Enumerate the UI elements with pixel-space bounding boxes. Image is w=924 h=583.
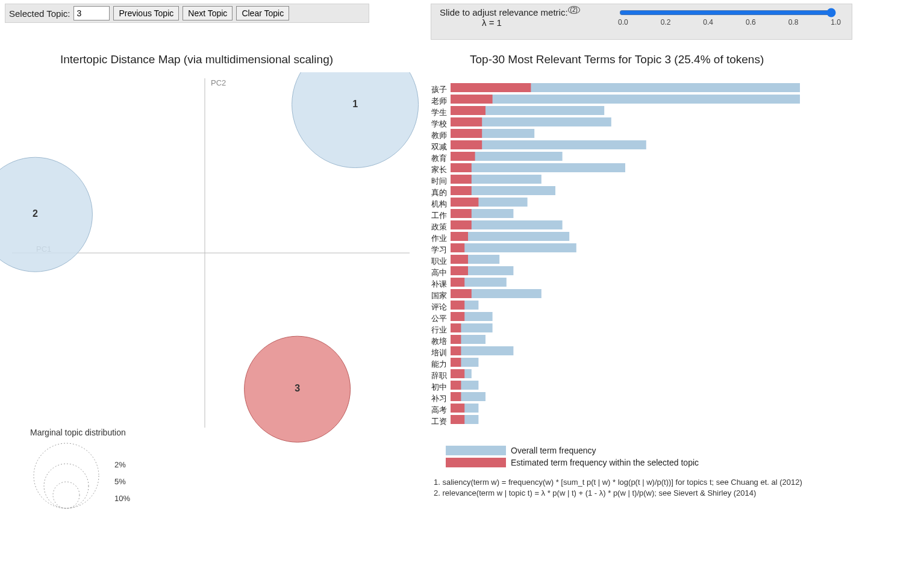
svg-point-4	[34, 443, 99, 508]
svg-point-2	[53, 482, 80, 508]
term-label: 评论	[431, 302, 447, 311]
term-label: 时间	[431, 176, 447, 186]
overall-bar	[451, 232, 569, 241]
within-bar	[451, 381, 461, 390]
within-bar	[451, 129, 482, 138]
term-row[interactable]: 学生	[431, 106, 604, 117]
within-bar	[451, 83, 531, 92]
footer-line-1: 1. saliency(term w) = frequency(w) * [su…	[434, 477, 802, 488]
within-bar	[451, 209, 472, 218]
term-row[interactable]: 孩子	[431, 83, 800, 94]
within-bar	[451, 232, 468, 241]
term-row[interactable]: 双减	[431, 140, 646, 151]
term-row[interactable]: 能力	[431, 358, 478, 369]
term-label: 公平	[431, 314, 447, 323]
barchart-title: Top-30 Most Relevant Terms for Topic 3 (…	[470, 53, 764, 66]
term-label: 教师	[431, 131, 447, 140]
term-row[interactable]: 教培	[431, 335, 485, 346]
bar-legend: Overall term frequency Estimated term fr…	[446, 446, 699, 470]
selected-topic-label: Selected Topic:	[9, 8, 70, 19]
term-label: 政策	[431, 222, 447, 231]
within-bar	[451, 220, 472, 229]
term-row[interactable]: 国家	[431, 289, 542, 300]
previous-topic-button[interactable]: Previous Topic	[113, 6, 179, 20]
within-bar	[451, 358, 461, 367]
info-icon: (2)	[568, 6, 580, 14]
within-bar	[451, 140, 482, 149]
term-label: 工资	[431, 417, 447, 426]
term-row[interactable]: 机构	[431, 198, 528, 208]
clear-topic-button[interactable]: Clear Topic	[236, 6, 289, 20]
within-bar	[451, 404, 464, 413]
term-label: 国家	[431, 291, 447, 300]
term-label: 学习	[431, 245, 447, 254]
bar-legend-overall: Overall term frequency	[446, 446, 699, 455]
term-label: 教培	[431, 337, 447, 346]
bar-legend-within: Estimated term frequency within the sele…	[446, 458, 699, 467]
within-bar	[451, 346, 461, 355]
within-bar	[451, 369, 464, 378]
within-bar	[451, 152, 475, 161]
marginal-pct-5%: 5%	[114, 477, 126, 486]
term-row[interactable]: 职业	[431, 255, 499, 266]
lambda-slider[interactable]	[619, 8, 836, 17]
term-label: 高考	[431, 405, 447, 414]
term-row[interactable]: 教师	[431, 129, 534, 140]
marginal-legend-title: Marginal topic distribution	[30, 428, 169, 437]
within-bar	[451, 163, 472, 172]
term-row[interactable]: 补课	[431, 278, 507, 288]
slider-ticks: 0.00.2 0.40.6 0.81.0	[618, 18, 841, 26]
within-bar	[451, 392, 461, 401]
term-row[interactable]: 工作	[431, 209, 513, 220]
term-row[interactable]: 老师	[431, 95, 800, 105]
term-row[interactable]: 培训	[431, 346, 513, 357]
topic-bubble-label-3: 3	[295, 383, 300, 393]
term-row[interactable]: 行业	[431, 323, 493, 334]
next-topic-button[interactable]: Next Topic	[183, 6, 233, 20]
term-row[interactable]: 家长	[431, 163, 625, 174]
term-label: 老师	[431, 96, 447, 105]
term-row[interactable]: 高中	[431, 266, 513, 277]
term-row[interactable]: 时间	[431, 175, 542, 186]
pc2-axis-label: PC2	[211, 78, 226, 87]
term-row[interactable]: 教育	[431, 152, 563, 163]
relevance-slider-panel: Slide to adjust relevance metric:(2) λ =…	[431, 4, 852, 40]
term-label: 孩子	[431, 85, 447, 94]
within-bar	[451, 323, 461, 332]
within-swatch	[446, 458, 506, 467]
term-row[interactable]: 学校	[431, 117, 611, 128]
term-row[interactable]: 评论	[431, 301, 478, 311]
term-row[interactable]: 公平	[431, 312, 493, 323]
topic-controls: Selected Topic: Previous Topic Next Topi…	[5, 4, 369, 23]
term-row[interactable]: 高考	[431, 404, 478, 414]
term-label: 能力	[431, 360, 447, 369]
marginal-legend-svg: 2%5%10%	[30, 437, 169, 516]
term-row[interactable]: 学习	[431, 243, 576, 254]
term-bars-svg: 孩子老师学生学校教师双减教育家长时间真的机构工作政策作业学习职业高中补课国家评论…	[422, 78, 855, 440]
term-label: 双减	[431, 142, 447, 151]
term-row[interactable]: 辞职	[431, 369, 472, 380]
term-row[interactable]: 工资	[431, 415, 478, 426]
intertopic-svg: PC2 PC1 123	[0, 72, 422, 446]
within-bar	[451, 175, 472, 184]
svg-point-3	[44, 464, 89, 508]
term-label: 初中	[431, 382, 447, 391]
term-label: 学生	[431, 108, 447, 117]
topic-bubble-label-1: 1	[352, 99, 358, 109]
term-label: 家长	[431, 165, 447, 174]
term-row[interactable]: 初中	[431, 381, 478, 391]
term-label: 工作	[431, 211, 447, 220]
within-bar	[451, 255, 468, 264]
overall-swatch	[446, 446, 506, 455]
within-bar	[451, 335, 461, 344]
term-row[interactable]: 作业	[431, 232, 569, 243]
term-row[interactable]: 政策	[431, 220, 563, 231]
topic-bubble-2[interactable]	[0, 157, 92, 272]
selected-topic-input[interactable]	[73, 6, 110, 20]
term-row[interactable]: 补习	[431, 392, 485, 403]
marginal-pct-2%: 2%	[114, 460, 126, 469]
term-row[interactable]: 真的	[431, 186, 555, 197]
topic-bubble-1[interactable]	[292, 72, 419, 168]
within-bar	[451, 243, 464, 252]
within-bar	[451, 278, 464, 287]
